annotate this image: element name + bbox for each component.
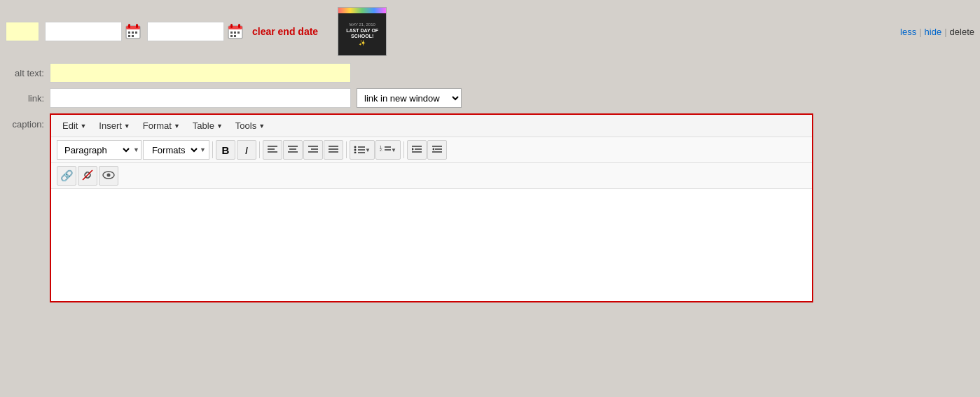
insert-menu[interactable]: Insert ▼	[93, 118, 135, 134]
hide-link[interactable]: hide	[925, 27, 942, 37]
editor-content-area[interactable]	[51, 189, 812, 301]
bold-icon: B	[221, 144, 229, 156]
bold-button[interactable]: B	[216, 140, 235, 160]
align-center-button[interactable]	[283, 140, 303, 160]
svg-rect-3	[136, 24, 138, 28]
link-window-select[interactable]: link in new window link in same window	[357, 88, 462, 108]
editor-menubar: Edit ▼ Insert ▼ Format ▼ Table ▼ Tools	[51, 115, 812, 137]
table-menu[interactable]: Table ▼	[187, 118, 228, 134]
outdent-icon	[412, 144, 422, 155]
align-left-button[interactable]	[263, 140, 282, 160]
svg-point-50	[107, 173, 111, 176]
unordered-list-arrow: ▼	[365, 147, 371, 153]
svg-rect-16	[230, 35, 233, 37]
start-date-field: May 4, 2020	[45, 22, 142, 41]
thumb-line2: LAST DAY OF	[346, 27, 378, 34]
editor-toolbar-row2: 🔗	[51, 163, 812, 189]
svg-rect-7	[128, 35, 130, 37]
formats-select[interactable]: Formats	[146, 141, 200, 159]
divider-3	[346, 141, 347, 158]
editor-container: Edit ▼ Insert ▼ Format ▼ Table ▼ Tools	[50, 113, 813, 302]
paragraph-select-group: Paragraph Heading 1 Heading 2 Heading 3 …	[57, 140, 142, 160]
less-link[interactable]: less	[900, 27, 916, 37]
thumbnail-inner: MAY 21, 2010 LAST DAY OF SCHOOL! ✨	[346, 22, 378, 46]
format-menu-label: Format	[143, 120, 172, 131]
thumbnail-image: MAY 21, 2010 LAST DAY OF SCHOOL! ✨	[338, 7, 387, 56]
clear-end-date-link[interactable]: clear end date	[252, 26, 318, 37]
ordered-list-icon: 1.2.	[380, 144, 391, 155]
unlink-icon	[81, 169, 94, 183]
svg-rect-15	[237, 32, 240, 34]
tools-menu-label: Tools	[235, 120, 256, 131]
format-menu-arrow: ▼	[174, 123, 180, 130]
align-center-icon	[288, 144, 298, 155]
outdent-button[interactable]	[407, 140, 427, 160]
thumb-date: MAY 21, 2010	[346, 22, 378, 27]
svg-point-32	[354, 149, 356, 151]
tools-menu-arrow: ▼	[258, 123, 265, 130]
start-date-input[interactable]: May 4, 2020	[45, 22, 122, 41]
edit-menu-label: Edit	[62, 120, 78, 131]
link-icon: 🔗	[60, 169, 74, 182]
align-right-button[interactable]	[303, 140, 323, 160]
paragraph-arrow: ▼	[133, 146, 139, 153]
ordered-list-button[interactable]: 1.2. ▼	[375, 140, 401, 160]
align-justify-icon	[329, 144, 338, 155]
main-container: 1 May 4, 2020 May 21, 2020	[0, 0, 980, 309]
caption-label: caption:	[6, 113, 44, 130]
separator-2: |	[944, 27, 946, 37]
alt-text-input[interactable]: Last Day of School	[50, 63, 351, 83]
end-date-input[interactable]: May 21, 2020	[147, 22, 224, 41]
format-menu[interactable]: Format ▼	[137, 118, 186, 134]
svg-rect-14	[234, 32, 236, 34]
svg-point-30	[354, 146, 356, 148]
svg-marker-43	[412, 148, 414, 151]
indent-group	[407, 140, 447, 160]
link-row: link: link in new window link in same wi…	[6, 88, 974, 108]
top-actions: less | hide | delete	[900, 27, 974, 37]
insert-menu-label: Insert	[99, 120, 122, 131]
insert-link-button[interactable]: 🔗	[57, 166, 76, 186]
table-menu-arrow: ▼	[216, 123, 223, 130]
start-date-calendar-icon[interactable]	[125, 23, 142, 40]
formats-select-group: Formats ▼	[143, 140, 209, 160]
link-label: link:	[6, 93, 44, 104]
dates-row: 1 May 4, 2020 May 21, 2020	[6, 7, 974, 56]
svg-rect-17	[234, 35, 236, 37]
svg-rect-2	[128, 24, 130, 28]
svg-rect-6	[135, 32, 137, 34]
edit-menu[interactable]: Edit ▼	[57, 118, 92, 134]
separator-1: |	[919, 27, 921, 37]
remove-link-button[interactable]	[78, 166, 97, 186]
thumb-line3: SCHOOL!	[346, 34, 378, 39]
tools-menu[interactable]: Tools ▼	[230, 118, 270, 134]
align-justify-button[interactable]	[324, 140, 343, 160]
preview-button[interactable]	[99, 166, 118, 186]
svg-rect-13	[230, 32, 233, 34]
insert-menu-arrow: ▼	[124, 123, 130, 130]
svg-rect-4	[128, 32, 130, 34]
svg-rect-5	[132, 32, 134, 34]
italic-icon: I	[245, 144, 248, 156]
ordered-list-arrow: ▼	[391, 147, 396, 153]
divider-4	[403, 141, 404, 158]
delete-link[interactable]: delete	[950, 27, 974, 37]
end-date-field: May 21, 2020	[147, 22, 244, 41]
thumbnail-decoration	[338, 8, 386, 13]
svg-rect-8	[132, 35, 134, 37]
number-input[interactable]: 1	[6, 22, 39, 41]
align-right-icon	[308, 144, 318, 155]
end-date-calendar-icon[interactable]	[227, 23, 244, 40]
svg-rect-11	[230, 24, 233, 28]
formats-arrow: ▼	[200, 146, 206, 153]
thumb-decoration2: ✨	[346, 40, 378, 46]
list-group: ▼ 1.2. ▼	[350, 140, 401, 160]
svg-marker-47	[432, 148, 434, 151]
divider-2	[259, 141, 260, 158]
unordered-list-button[interactable]: ▼	[350, 140, 375, 160]
paragraph-select[interactable]: Paragraph Heading 1 Heading 2 Heading 3 …	[59, 141, 132, 159]
italic-button[interactable]: I	[237, 140, 256, 160]
indent-button[interactable]	[427, 140, 447, 160]
link-input[interactable]	[50, 88, 351, 108]
unordered-list-icon	[354, 144, 365, 155]
